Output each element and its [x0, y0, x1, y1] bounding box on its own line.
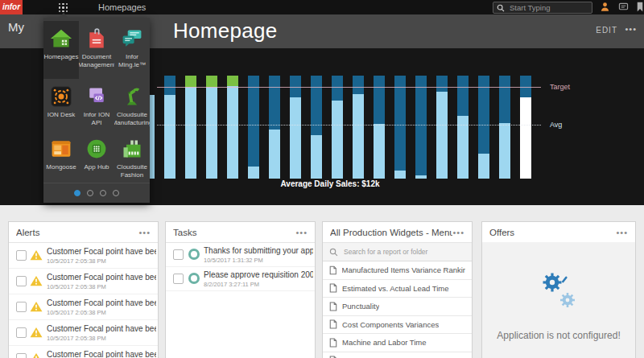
app-menu-grid-icon[interactable]	[58, 2, 68, 13]
chat-icon[interactable]	[618, 2, 629, 12]
chart-bar	[457, 76, 469, 179]
app-tile-label: Cloudsuite Manufacturing	[114, 111, 150, 127]
menu-pagination	[43, 183, 150, 203]
alert-text: Customer Focal point have bee…	[47, 273, 156, 282]
tasks-card: Tasks ••• Thanks for submitting your app…	[165, 221, 316, 358]
alerts-card-header: Alerts •••	[9, 222, 158, 243]
alert-row[interactable]: Customer Focal point have bee… 10/5/2017…	[9, 269, 158, 294]
avg-label: Avg	[550, 121, 562, 129]
offers-title: Offers	[489, 228, 616, 237]
target-line	[157, 87, 541, 88]
homepages-icon	[50, 27, 72, 50]
menu-page-dot[interactable]	[87, 190, 93, 196]
offers-more-button[interactable]: •••	[616, 228, 628, 237]
app-tile-infor-ion-api[interactable]: Infor ION API	[79, 79, 114, 131]
production-widgets-card: All Production Widgets - Menu ••• Manufa…	[322, 221, 473, 358]
top-nav-bar: infor Homepages	[0, 0, 644, 14]
alert-text: Customer Focal point have bee…	[47, 324, 156, 333]
app-tile-label: Infor Ming.le™	[114, 53, 150, 69]
manufacturing-icon	[121, 85, 143, 108]
app-tile-label: ION Desk	[47, 111, 76, 119]
task-status-icon	[188, 273, 200, 284]
user-icon[interactable]	[600, 2, 610, 12]
bookmark-icon[interactable]	[636, 2, 644, 12]
production-card-header: All Production Widgets - Menu •••	[323, 222, 472, 243]
app-tile-ion-desk[interactable]: ION Desk	[43, 79, 79, 131]
report-search[interactable]	[323, 243, 472, 261]
chart-bar	[290, 76, 301, 179]
app-tile-document-management[interactable]: Document Management	[79, 21, 114, 79]
warning-icon	[30, 327, 43, 338]
chart-bar	[269, 76, 280, 179]
menu-page-dot[interactable]	[74, 190, 80, 196]
chart-bar	[478, 76, 489, 179]
report-item-label: Machine and Labor Time	[342, 338, 427, 347]
breadcrumb[interactable]: Homepages	[98, 0, 146, 14]
app-tile-app-hub[interactable]: App Hub	[79, 131, 114, 183]
chart-bar	[436, 76, 448, 179]
report-item[interactable]: Estimated vs. Actual Lead Time	[323, 280, 472, 298]
menu-page-dot[interactable]	[100, 190, 106, 196]
app-tile-mongoose[interactable]: Mongoose	[43, 131, 79, 183]
chart-bar	[520, 76, 531, 179]
file-icon	[329, 265, 337, 275]
chart-bar	[164, 76, 175, 179]
report-item-label: Manufactured Items Variance Ranking	[342, 265, 465, 274]
alert-checkbox[interactable]	[16, 302, 27, 312]
chart-bar	[311, 76, 322, 179]
alert-checkbox[interactable]	[16, 276, 27, 286]
offers-body: Application is not configured!	[482, 242, 635, 358]
app-tile-cloudsuite-fashion[interactable]: Cloudsuite Fashion	[114, 131, 150, 183]
app-launcher-panel: Homepages Document Management	[43, 18, 150, 203]
app-tile-cloudsuite-manufacturing[interactable]: Cloudsuite Manufacturing	[114, 79, 150, 131]
gears-icon	[535, 269, 582, 312]
alert-timestamp: 10/5/2017 2:05:38 PM	[47, 257, 106, 265]
chart-bar	[394, 76, 406, 179]
warning-icon	[30, 275, 43, 286]
report-search-input[interactable]	[342, 247, 458, 257]
task-row[interactable]: Please approve requisition 2000… 8/2/201…	[166, 267, 315, 291]
menu-page-dot[interactable]	[113, 190, 119, 196]
app-tile-infor-mingle[interactable]: Infor Ming.le™	[114, 21, 150, 79]
report-item[interactable]: Machine and Labor Time Trend	[323, 352, 472, 358]
app-tile-label: Mongoose	[46, 163, 76, 171]
task-checkbox[interactable]	[173, 249, 184, 260]
header-more-button[interactable]: •••	[625, 24, 637, 34]
report-item[interactable]: Machine and Labor Time	[323, 334, 472, 352]
app-tile-label: Cloudsuite Fashion	[114, 163, 150, 179]
alert-checkbox[interactable]	[16, 353, 27, 358]
app-tile-homepages[interactable]: Homepages	[43, 21, 79, 79]
ion-desk-icon	[50, 85, 72, 108]
offers-message: Application is not configured!	[482, 330, 635, 341]
report-item[interactable]: Punctuality	[323, 298, 472, 316]
alert-checkbox[interactable]	[16, 327, 27, 338]
alert-row[interactable]: Customer Focal point have bee… 10/5/2017…	[9, 346, 158, 358]
sales-bar-chart	[150, 76, 531, 179]
app-tile-label: App Hub	[84, 163, 109, 171]
tasks-more-button[interactable]: •••	[295, 228, 308, 237]
alert-timestamp: 10/5/2017 2:05:38 PM	[47, 283, 106, 290]
chart-bar	[206, 76, 217, 179]
alert-checkbox[interactable]	[16, 250, 27, 261]
panel-notch	[59, 13, 68, 18]
edit-button[interactable]: EDIT	[596, 26, 617, 35]
tasks-title: Tasks	[173, 228, 295, 237]
alert-row[interactable]: Customer Focal point have bee… 10/5/2017…	[9, 294, 158, 320]
warning-icon	[30, 352, 43, 358]
global-search[interactable]	[493, 2, 592, 14]
report-item[interactable]: Cost Components Variances	[323, 316, 472, 335]
app-tile-label: Infor ION API	[79, 111, 114, 127]
alert-row[interactable]: Customer Focal point have bee… 10/5/2017…	[9, 320, 158, 346]
global-search-input[interactable]	[508, 2, 582, 13]
production-more-button[interactable]: •••	[452, 228, 464, 237]
chart-bar	[353, 76, 364, 179]
infor-logo[interactable]: infor	[0, 0, 23, 14]
task-checkbox[interactable]	[173, 274, 184, 284]
alert-row[interactable]: Customer Focal point have bee… 10/5/2017…	[9, 243, 158, 269]
task-status-icon	[188, 249, 200, 260]
alerts-more-button[interactable]: •••	[138, 228, 151, 237]
search-icon	[329, 248, 338, 257]
task-row[interactable]: Thanks for submitting your appli… 10/5/2…	[166, 243, 315, 267]
report-item[interactable]: Manufactured Items Variance Ranking	[323, 261, 472, 280]
file-icon	[329, 319, 337, 329]
